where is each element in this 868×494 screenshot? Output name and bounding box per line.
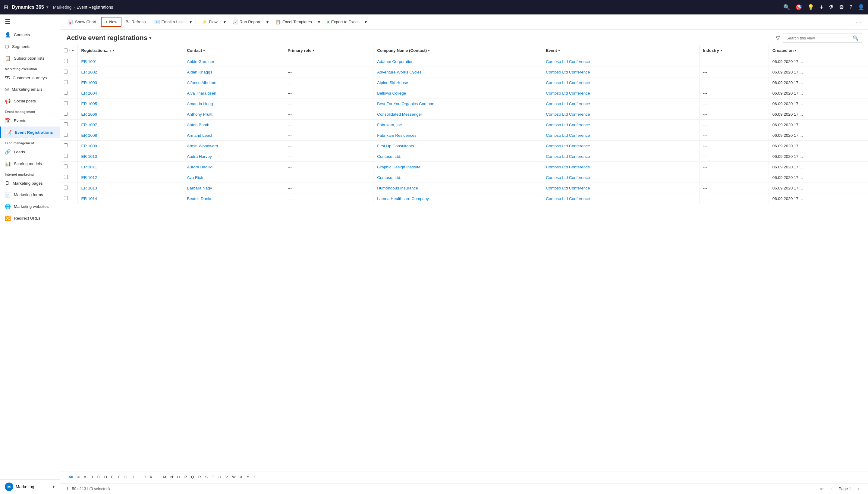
sidebar-item-marketing-emails[interactable]: ✉ Marketing emails bbox=[0, 83, 60, 95]
row-event[interactable]: Contoso Ltd Conference bbox=[542, 151, 699, 162]
row-checkbox-cell[interactable] bbox=[60, 98, 77, 109]
breadcrumb-app[interactable]: Marketing bbox=[53, 5, 71, 10]
row-event[interactable]: Contoso Ltd Conference bbox=[542, 77, 699, 88]
search-input[interactable] bbox=[783, 36, 850, 40]
sidebar-item-events[interactable]: 📅 Events bbox=[0, 115, 60, 127]
alpha-nav-J[interactable]: J bbox=[142, 474, 148, 480]
row-contact[interactable]: Ava Rich bbox=[183, 172, 284, 183]
row-checkbox[interactable] bbox=[64, 144, 68, 147]
row-checkbox-cell[interactable] bbox=[60, 77, 77, 88]
waffle-icon[interactable]: ⊞ bbox=[4, 4, 8, 11]
row-checkbox[interactable] bbox=[64, 101, 68, 105]
row-checkbox[interactable] bbox=[64, 165, 68, 168]
alpha-nav-U[interactable]: U bbox=[216, 474, 223, 480]
alpha-nav-M[interactable]: M bbox=[161, 474, 168, 480]
row-id[interactable]: ER 1004 bbox=[77, 88, 183, 98]
row-id[interactable]: ER 1001 bbox=[77, 56, 183, 67]
row-checkbox[interactable] bbox=[64, 80, 68, 84]
row-checkbox-cell[interactable] bbox=[60, 56, 77, 67]
alpha-nav-K[interactable]: K bbox=[148, 474, 154, 480]
row-id[interactable]: ER 1003 bbox=[77, 77, 183, 88]
sidebar-item-leads[interactable]: 🔗 Leads bbox=[0, 146, 60, 158]
col-contact[interactable]: Contact ▾ bbox=[183, 45, 284, 56]
row-company[interactable]: Contoso, Ltd. bbox=[373, 172, 542, 183]
alpha-nav-N[interactable]: N bbox=[168, 474, 175, 480]
alpha-nav-L[interactable]: L bbox=[154, 474, 161, 480]
col-company[interactable]: Company Name (Contact) ▾ bbox=[373, 45, 542, 56]
col-industry[interactable]: Industry ▾ bbox=[699, 45, 769, 56]
export-excel-chevron[interactable]: ▾ bbox=[363, 17, 369, 26]
row-company[interactable]: Adatum Corporation bbox=[373, 56, 542, 67]
row-contact[interactable]: Audra Harvey bbox=[183, 151, 284, 162]
brand-chevron[interactable]: ▾ bbox=[47, 5, 48, 10]
alpha-nav-P[interactable]: P bbox=[182, 474, 189, 480]
search-icon[interactable]: 🔍 bbox=[783, 4, 790, 11]
row-contact[interactable]: Beatriz Danko bbox=[183, 193, 284, 204]
toolbar-more-button[interactable]: ⋯ bbox=[853, 17, 864, 27]
row-company[interactable]: Fabrikam, Inc. bbox=[373, 119, 542, 130]
row-id[interactable]: ER 1012 bbox=[77, 172, 183, 183]
row-checkbox[interactable] bbox=[64, 70, 68, 74]
row-company[interactable]: Lamna Healthcare Company bbox=[373, 193, 542, 204]
sidebar-item-scoring-models[interactable]: 📊 Scoring models bbox=[0, 158, 60, 170]
row-event[interactable]: Contoso Ltd Conference bbox=[542, 172, 699, 183]
row-checkbox[interactable] bbox=[64, 133, 68, 137]
col-industry-dropdown[interactable]: ▾ bbox=[720, 49, 722, 52]
lightbulb-icon[interactable]: 💡 bbox=[808, 4, 814, 11]
row-checkbox[interactable] bbox=[64, 154, 68, 158]
row-company[interactable]: First Up Consultants bbox=[373, 141, 542, 151]
row-id[interactable]: ER 1008 bbox=[77, 130, 183, 141]
sidebar-item-event-registrations[interactable]: 📝 Event Registrations bbox=[0, 127, 60, 138]
alpha-nav-X[interactable]: X bbox=[238, 474, 244, 480]
view-filter-icon[interactable]: ▽ bbox=[776, 35, 780, 41]
col-created-dropdown[interactable]: ▾ bbox=[795, 49, 797, 52]
sidebar-item-contacts[interactable]: 👤 Contacts bbox=[0, 29, 60, 41]
prev-page-button[interactable]: ← bbox=[828, 486, 836, 492]
row-event[interactable]: Contoso Ltd Conference bbox=[542, 119, 699, 130]
row-checkbox-cell[interactable] bbox=[60, 183, 77, 193]
flow-chevron[interactable]: ▾ bbox=[222, 17, 228, 26]
row-id[interactable]: ER 1013 bbox=[77, 183, 183, 193]
row-company[interactable]: Contoso, Ltd. bbox=[373, 151, 542, 162]
row-company[interactable]: Consolidated Messenger bbox=[373, 109, 542, 119]
alpha-nav-I[interactable]: I bbox=[136, 474, 141, 480]
row-checkbox[interactable] bbox=[64, 196, 68, 200]
row-contact[interactable]: Armin Woodward bbox=[183, 141, 284, 151]
sidebar-item-subscription-lists[interactable]: 📋 Subscription lists bbox=[0, 52, 60, 64]
row-checkbox-cell[interactable] bbox=[60, 162, 77, 172]
row-contact[interactable]: Anton Booth bbox=[183, 119, 284, 130]
alpha-nav-E[interactable]: E bbox=[109, 474, 116, 480]
alpha-nav-H[interactable]: H bbox=[129, 474, 136, 480]
col-role-dropdown[interactable]: ▾ bbox=[313, 49, 314, 52]
row-id[interactable]: ER 1011 bbox=[77, 162, 183, 172]
col-contact-dropdown[interactable]: ▾ bbox=[203, 49, 205, 52]
row-id[interactable]: ER 1005 bbox=[77, 98, 183, 109]
alpha-nav-W[interactable]: W bbox=[230, 474, 238, 480]
row-id[interactable]: ER 1010 bbox=[77, 151, 183, 162]
col-primary-role[interactable]: Primary role ▾ bbox=[284, 45, 373, 56]
sidebar-item-customer-journeys[interactable]: 🗺 Customer journeys bbox=[0, 72, 60, 83]
settings-icon[interactable]: ⚙ bbox=[839, 4, 844, 11]
first-page-button[interactable]: ⇤ bbox=[818, 485, 826, 492]
sidebar-item-segments[interactable]: ⬡ Segments bbox=[0, 41, 60, 52]
col-created-on[interactable]: Created on ▾ bbox=[769, 45, 868, 56]
row-id[interactable]: ER 1006 bbox=[77, 109, 183, 119]
row-checkbox-cell[interactable] bbox=[60, 151, 77, 162]
alpha-nav-O[interactable]: O bbox=[175, 474, 182, 480]
row-event[interactable]: Contoso Ltd Conference bbox=[542, 67, 699, 77]
row-event[interactable]: Contoso Ltd Conference bbox=[542, 109, 699, 119]
user-icon[interactable]: 👤 bbox=[858, 4, 864, 11]
row-id[interactable]: ER 1002 bbox=[77, 67, 183, 77]
alpha-nav-Z[interactable]: Z bbox=[251, 474, 258, 480]
row-event[interactable]: Contoso Ltd Conference bbox=[542, 193, 699, 204]
col-event-dropdown[interactable]: ▾ bbox=[558, 49, 560, 52]
alpha-nav-Y[interactable]: Y bbox=[244, 474, 251, 480]
row-checkbox[interactable] bbox=[64, 175, 68, 179]
run-report-button[interactable]: 📈 Run Report bbox=[228, 17, 264, 27]
export-excel-button[interactable]: X Export to Excel bbox=[323, 17, 363, 26]
sidebar-item-marketing-pages[interactable]: 🗒 Marketing pages bbox=[0, 177, 60, 189]
row-checkbox-cell[interactable] bbox=[60, 67, 77, 77]
row-contact[interactable]: Alfonso Albritton bbox=[183, 77, 284, 88]
row-id[interactable]: ER 1007 bbox=[77, 119, 183, 130]
flow-button[interactable]: ⚡ Flow bbox=[198, 17, 222, 27]
